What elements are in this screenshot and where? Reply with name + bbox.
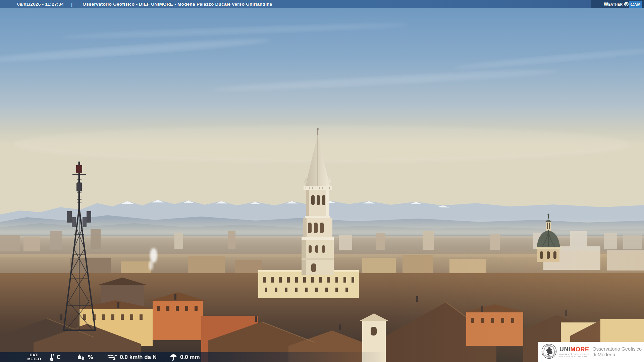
datetime-text: 08/01/2026 - 11:27:34 — [17, 2, 64, 7]
unimore-seal-icon — [541, 344, 557, 360]
brand-subtitle-line2: MODENA E REGGIO EMILIA — [559, 356, 589, 358]
brand-subtitle: UNIVERSITÀ DEGLI STUDI DI MODENA E REGGI… — [559, 353, 589, 358]
temperature-unit: C — [57, 354, 61, 361]
weathercam-logo[interactable]: Weather Cam — [591, 0, 644, 8]
observatory-name: Osservatorio Geofisico di Modena — [593, 346, 642, 358]
webcam-title: Osservatorio Geofisico - DIEF UNIMORE - … — [83, 2, 272, 7]
top-title-bar: 08/01/2026 - 11:27:34 | Osservatorio Geo… — [0, 0, 644, 8]
brand-uni: UNI — [559, 346, 571, 353]
meteo-label: DATI METEO — [24, 353, 44, 361]
umbrella-icon — [169, 353, 177, 361]
meteo-label-line2: METEO — [24, 357, 44, 361]
unimore-logo-box[interactable]: UNIMORE UNIVERSITÀ DEGLI STUDI DI MODENA… — [538, 342, 644, 362]
weathercam-word1: Weather — [604, 1, 623, 7]
title-separator: | — [71, 2, 72, 7]
rain-value: 0.0 mm — [180, 354, 200, 361]
humidity-drops-icon — [77, 353, 86, 361]
humidity-unit: % — [88, 354, 93, 361]
observatory-name-line2: di Modena — [593, 352, 642, 358]
unimore-wordmark: UNIMORE UNIVERSITÀ DEGLI STUDI DI MODENA… — [559, 346, 589, 358]
wind-value: 0.0 km/h da N — [120, 354, 157, 361]
thermometer-icon — [49, 353, 54, 361]
camera-lens-icon — [624, 2, 629, 6]
weathercam-word2: Cam — [629, 1, 642, 8]
brand-more: MORE — [571, 346, 589, 353]
observatory-name-line1: Osservatorio Geofisico — [593, 346, 642, 352]
meteo-label-line1: DATI — [24, 353, 44, 357]
webcam-photo — [0, 0, 644, 362]
webcam-viewer: 08/01/2026 - 11:27:34 | Osservatorio Geo… — [0, 0, 644, 362]
meteo-data-bar: DATI METEO C % — [0, 352, 386, 362]
brand-subtitle-line1: UNIVERSITÀ DEGLI STUDI DI — [559, 353, 589, 356]
wind-icon — [107, 353, 117, 361]
